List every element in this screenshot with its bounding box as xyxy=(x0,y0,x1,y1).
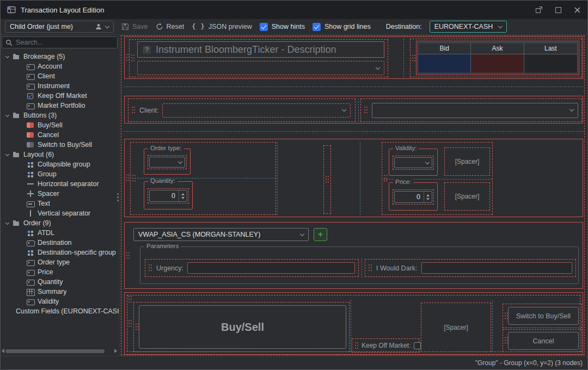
urgency-field-group[interactable]: Urgency: xyxy=(145,259,359,277)
chevron-down-icon[interactable] xyxy=(5,113,9,116)
checkbox-checked-icon[interactable] xyxy=(260,23,268,31)
tree-item-order-9[interactable]: Order (9) xyxy=(1,218,119,228)
tree-item-collapsible-group[interactable]: Collapsible group xyxy=(1,159,119,169)
keep-off-market-checkbox[interactable] xyxy=(414,342,421,349)
ask-column-header[interactable]: Ask xyxy=(471,43,524,54)
reset-button[interactable]: Reset xyxy=(156,23,185,30)
scrollbar-track[interactable] xyxy=(5,349,113,353)
drag-handle-icon[interactable] xyxy=(128,296,132,303)
drag-handle-icon[interactable] xyxy=(384,175,388,182)
drag-handle-icon[interactable] xyxy=(126,175,130,182)
cancel-button[interactable]: Cancel xyxy=(508,332,579,350)
tree-item-layout-6[interactable]: Layout (6) xyxy=(1,150,119,159)
save-button[interactable]: Save xyxy=(121,23,148,30)
actions-group[interactable]: Buy/Sell Keep Off Market: [Spacer] Switc… xyxy=(124,292,583,355)
tree-item-group[interactable]: Group xyxy=(1,169,119,179)
price-spinner[interactable]: 0 xyxy=(394,191,432,203)
add-strategy-button[interactable]: + xyxy=(314,228,327,241)
tree-item-vertical-separator[interactable]: Vertical separator xyxy=(1,208,119,218)
drag-handle-icon[interactable] xyxy=(369,264,372,272)
tree-item-destination-specific-group[interactable]: Destination-specific group xyxy=(1,248,119,257)
tree-item-keep-off-market[interactable]: Keep Off Market xyxy=(1,91,119,101)
tree-item-summary[interactable]: Summary xyxy=(1,287,119,297)
horizontal-scrollbar[interactable] xyxy=(1,348,118,354)
validity-price-group[interactable]: Validity: [Spacer] Price: 0 xyxy=(382,142,493,215)
spacer-element[interactable]: [Spacer] xyxy=(421,303,491,352)
spacer-element[interactable]: [Spacer] xyxy=(444,147,490,176)
order-type-quantity-group[interactable]: Order type: Quantity: 0 xyxy=(130,142,276,215)
keep-off-market-group[interactable]: Keep Off Market: xyxy=(352,338,419,353)
instrument-combobox[interactable] xyxy=(137,61,384,75)
drag-handle-icon[interactable] xyxy=(326,176,329,183)
i-would-dark-input[interactable] xyxy=(421,262,573,274)
tree-item-brokerage-5[interactable]: Brokerage (5) xyxy=(1,52,119,61)
cancel-button-wrapper[interactable]: Cancel xyxy=(503,329,582,352)
last-column-header[interactable]: Last xyxy=(524,43,577,54)
tree-item-account[interactable]: Account xyxy=(1,61,119,71)
tree-item-order-type[interactable]: Order type xyxy=(1,257,119,267)
strategy-group[interactable]: VWAP_ASIA_CS (MORGAN-STANLEY) + Paramete… xyxy=(124,222,583,289)
scrollbar-thumb[interactable] xyxy=(5,349,105,353)
buy-sell-button[interactable]: Buy/Sell xyxy=(139,305,346,349)
splitter-handle[interactable] xyxy=(117,193,119,195)
switch-button-wrapper[interactable]: Switch to Buy/Sell xyxy=(503,304,582,328)
unlabeled-combobox[interactable] xyxy=(372,103,578,118)
drag-handle-icon[interactable] xyxy=(364,107,368,114)
vertical-separator-element[interactable] xyxy=(323,145,331,214)
i-would-dark-field-group[interactable]: I Would Dark: xyxy=(365,259,576,277)
tree-item-destination[interactable]: Destination xyxy=(1,238,119,248)
market-data-group[interactable]: Bid Ask Last xyxy=(410,39,582,77)
buy-sell-wrapper[interactable]: Buy/Sell xyxy=(133,302,350,352)
instrument-group[interactable]: ? Instrument BloombergTicker - Descripti… xyxy=(129,39,388,77)
chevron-down-icon[interactable] xyxy=(5,220,9,224)
validity-combobox[interactable] xyxy=(394,157,432,168)
tree-item-market-portfolio[interactable]: Market Portfolio xyxy=(1,101,119,110)
show-grid-lines-checkbox[interactable]: Show grid lines xyxy=(313,23,371,31)
search-box[interactable] xyxy=(2,36,118,48)
drag-handle-icon[interactable] xyxy=(355,342,359,349)
tree-item-price[interactable]: Price xyxy=(1,267,119,277)
drag-handle-icon[interactable] xyxy=(131,55,135,62)
order-type-combobox[interactable] xyxy=(149,157,185,168)
scroll-right-icon[interactable] xyxy=(114,349,117,353)
float-window-icon[interactable] xyxy=(535,6,543,14)
order-parameters-group[interactable]: Order type: Quantity: 0 xyxy=(124,139,583,217)
bid-column-header[interactable]: Bid xyxy=(418,43,471,54)
strategy-combobox[interactable]: VWAP_ASIA_CS (MORGAN-STANLEY) xyxy=(133,228,309,241)
tree-item-cancel[interactable]: Cancel xyxy=(1,130,119,140)
switch-to-buy-sell-button[interactable]: Switch to Buy/Sell xyxy=(508,307,579,325)
tree-item-custom-fields-euronext-cash[interactable]: Custom Fields (EURONEXT-CASH) ( xyxy=(1,306,119,316)
scroll-left-icon[interactable] xyxy=(2,349,4,353)
maximize-icon[interactable] xyxy=(555,7,562,14)
drag-handle-icon[interactable] xyxy=(128,320,132,327)
spinner-arrows-icon[interactable] xyxy=(424,192,432,202)
secondary-field-group[interactable] xyxy=(360,98,582,122)
destination-combobox[interactable]: EURONEXT-CASH xyxy=(430,21,507,33)
tree-item-validity[interactable]: Validity xyxy=(1,297,119,306)
spinner-arrows-icon[interactable] xyxy=(179,190,187,201)
drag-handle-icon[interactable] xyxy=(132,107,136,114)
tree-item-client[interactable]: Client xyxy=(1,71,119,81)
tree-item-buttons-3[interactable]: Buttons (3) xyxy=(1,110,119,120)
close-icon[interactable] xyxy=(574,7,581,14)
spacer-element[interactable]: [Spacer] xyxy=(444,182,490,211)
client-row-group[interactable]: Client: xyxy=(124,96,583,124)
tree-item-buy-sell[interactable]: Buy/Sell xyxy=(1,120,119,130)
checkbox-checked-icon[interactable] xyxy=(313,23,321,31)
tree-item-horizontal-separator[interactable]: Horizontal separator xyxy=(1,179,119,189)
scope-select[interactable]: Child Order (just me) xyxy=(5,21,114,33)
quantity-spinner[interactable]: 0 xyxy=(149,190,187,202)
drag-handle-icon[interactable] xyxy=(126,252,130,259)
tree-item-text[interactable]: Text xyxy=(1,199,119,208)
tree-item-switch-to-buy-sell[interactable]: Switch to Buy/Sell xyxy=(1,140,119,150)
chevron-down-icon[interactable] xyxy=(5,54,9,58)
search-input[interactable] xyxy=(16,39,114,46)
tree-item-instrument[interactable]: Instrument xyxy=(1,81,119,91)
chevron-down-icon[interactable] xyxy=(5,152,9,156)
client-field-group[interactable]: Client: xyxy=(128,98,356,122)
json-preview-button[interactable]: { } JSON preview xyxy=(192,23,252,30)
client-combobox[interactable] xyxy=(162,103,351,118)
tree-item-spacer[interactable]: Spacer xyxy=(1,189,119,199)
instrument-row-group[interactable]: ? Instrument BloombergTicker - Descripti… xyxy=(124,36,583,79)
drag-handle-icon[interactable] xyxy=(149,264,152,272)
